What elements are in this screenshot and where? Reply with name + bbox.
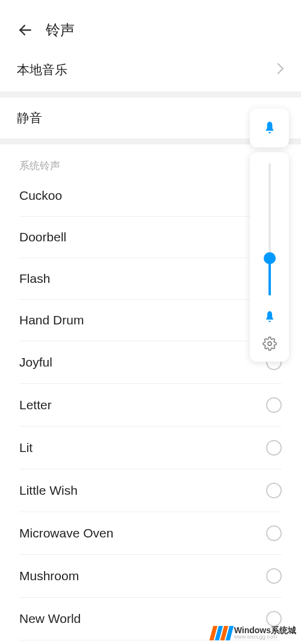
ringtone-item[interactable]: Hand Drum <box>19 300 282 341</box>
ringtone-item[interactable]: Letter <box>19 384 282 427</box>
local-music-label: 本地音乐 <box>17 61 67 78</box>
ringtone-item[interactable]: Flash <box>19 258 282 300</box>
radio-button[interactable] <box>266 397 282 413</box>
watermark-title: Windows系统城 <box>234 626 296 634</box>
ringtone-name: Hand Drum <box>19 313 84 327</box>
watermark-logo-icon <box>211 626 232 640</box>
ringtone-item[interactable]: Mushroom <box>19 555 282 598</box>
ringtone-item[interactable]: Cuckoo <box>19 179 282 217</box>
radio-button[interactable] <box>266 568 282 584</box>
bell-icon <box>262 310 277 324</box>
ringtone-name: Mushroom <box>19 569 79 583</box>
ringtone-item[interactable]: Little Wish <box>19 469 282 512</box>
radio-button[interactable] <box>266 440 282 456</box>
ringtone-name: Doorbell <box>19 230 66 244</box>
ringtone-name: New World <box>19 611 81 626</box>
watermark-sub: www.wxcLgg.com <box>234 634 296 640</box>
chevron-right-icon <box>277 63 284 77</box>
silent-label: 静音 <box>17 110 42 126</box>
ringtone-name: Lit <box>19 441 33 455</box>
local-music-row[interactable]: 本地音乐 <box>0 51 301 91</box>
volume-panel <box>250 108 289 362</box>
volume-slider[interactable] <box>268 163 271 296</box>
back-button[interactable] <box>17 22 34 39</box>
ringtone-name: Joyful <box>19 355 52 370</box>
radio-button[interactable] <box>266 483 282 498</box>
ringtone-name: Cuckoo <box>19 188 62 203</box>
ringtone-name: Flash <box>19 271 50 286</box>
ringtone-name: Microwave Oven <box>19 526 113 540</box>
ringtone-item[interactable]: Joyful <box>19 341 282 384</box>
volume-mode-button[interactable] <box>250 108 289 147</box>
ringtone-name: Letter <box>19 398 52 412</box>
ringtone-item[interactable]: Lit <box>19 427 282 469</box>
radio-button[interactable] <box>266 611 282 627</box>
svg-point-1 <box>268 342 272 345</box>
section-divider <box>0 91 301 98</box>
volume-settings-button[interactable] <box>262 336 277 353</box>
page-title: 铃声 <box>46 20 75 40</box>
radio-button[interactable] <box>266 525 282 541</box>
bell-icon <box>262 120 278 136</box>
volume-slider-panel <box>250 152 289 362</box>
ringtone-name: Little Wish <box>19 483 78 498</box>
watermark: Windows系统城 www.wxcLgg.com <box>211 626 296 640</box>
ringtone-item[interactable]: Microwave Oven <box>19 512 282 555</box>
volume-slider-thumb[interactable] <box>264 252 276 264</box>
ringtone-item[interactable]: Doorbell <box>19 217 282 258</box>
gear-icon <box>262 336 277 351</box>
arrow-left-icon <box>17 22 33 38</box>
